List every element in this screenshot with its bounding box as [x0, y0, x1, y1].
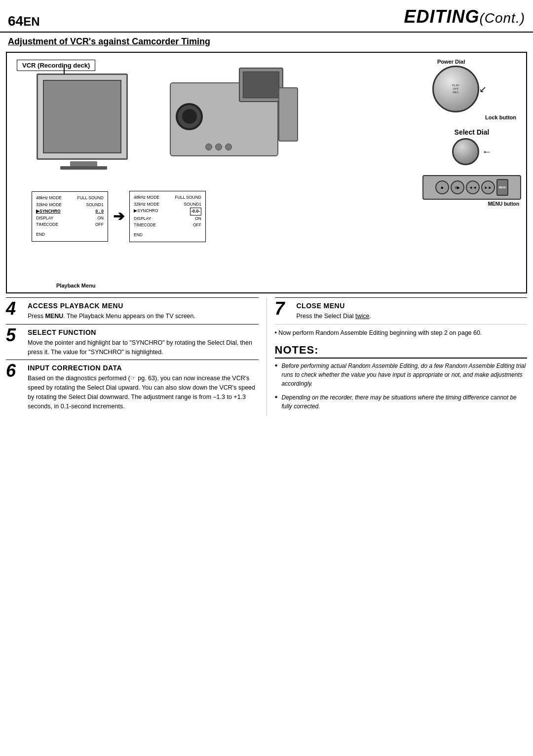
- step-7-block: 7 CLOSE MENU Press the Select Dial twice…: [275, 297, 528, 324]
- step-5-block: 5 SELECT FUNCTION Move the pointer and h…: [6, 324, 259, 360]
- steps-left-column: 4 ACCESS PLAYBACK MENU Press MENU. The P…: [6, 297, 267, 416]
- page-number: 64EN: [8, 4, 40, 30]
- steps-section: 4 ACCESS PLAYBACK MENU Press MENU. The P…: [0, 297, 533, 416]
- vcr-label: VCR (Recording deck): [17, 60, 95, 71]
- step-5-number: 5: [6, 326, 26, 344]
- step-7-note: • Now perform Random Assemble Editing be…: [275, 324, 528, 344]
- step-5-title: SELECT FUNCTION: [28, 328, 259, 336]
- power-dial-label: Power Dial: [437, 59, 521, 65]
- camcorder-buttons: [205, 144, 232, 150]
- lock-button-label: Lock button: [422, 114, 521, 120]
- right-controls: Power Dial PLAYOFFREC ↙ Lock button Sele…: [422, 59, 521, 207]
- step-4-block: 4 ACCESS PLAYBACK MENU Press MENU. The P…: [6, 297, 259, 324]
- step-6-block: 6 INPUT CORRECTION DATA Based on the dia…: [6, 360, 259, 414]
- menu-button: MENU: [496, 179, 508, 196]
- tv-display: [43, 80, 121, 153]
- menu-panel-before: 48kHz MODEFULL SOUND 32kHz MODESOUND1 ▶S…: [32, 191, 108, 242]
- control-buttons-row: ■ II▶ ◄◄ ►► MENU: [422, 175, 521, 200]
- play-button: II▶: [451, 180, 464, 194]
- note-item-1: Before performing actual Random Assemble…: [275, 361, 528, 388]
- step-4-body: Press MENU. The Playback Menu appears on…: [28, 312, 259, 321]
- select-dial-area: ←: [422, 138, 521, 165]
- menu-arrow-icon: ➔: [113, 208, 124, 224]
- select-dial: [452, 138, 479, 165]
- tv-screen: [37, 73, 128, 160]
- notes-title: NOTES:: [275, 344, 528, 359]
- camcorder-image: [160, 63, 298, 176]
- select-dial-label: Select Dial: [422, 128, 521, 136]
- menu-button-label: MENU button: [422, 201, 521, 207]
- diagram-area: VCR (Recording deck): [6, 52, 527, 293]
- step-5-body: Move the pointer and highlight bar to "S…: [28, 338, 259, 357]
- camcorder-viewfinder: [239, 68, 283, 102]
- power-dial-arrow-icon: ↙: [479, 84, 487, 95]
- notes-section: NOTES: Before performing actual Random A…: [275, 344, 528, 411]
- connector-vcr-tv: [64, 67, 65, 74]
- step-6-number: 6: [6, 362, 26, 380]
- step-6-content: INPUT CORRECTION DATA Based on the diagn…: [28, 364, 259, 411]
- stop-button: ■: [435, 180, 449, 194]
- step-4-title: ACCESS PLAYBACK MENU: [28, 302, 259, 310]
- step-6-title: INPUT CORRECTION DATA: [28, 364, 259, 372]
- ffwd-button: ►►: [481, 180, 495, 194]
- rewind-button: ◄◄: [466, 180, 480, 194]
- step-7-content: CLOSE MENU Press the Select Dial twice.: [297, 302, 528, 321]
- step-5-content: SELECT FUNCTION Move the pointer and hig…: [28, 328, 259, 357]
- menu-panels-area: 48kHz MODEFULL SOUND 32kHz MODESOUND1 ▶S…: [32, 191, 206, 242]
- step-4-content: ACCESS PLAYBACK MENU Press MENU. The Pla…: [28, 302, 259, 321]
- steps-right-column: 7 CLOSE MENU Press the Select Dial twice…: [267, 297, 528, 416]
- note-item-2: Depending on the recorder, there may be …: [275, 393, 528, 411]
- page-header: 64EN EDITING(Cont.): [0, 0, 533, 33]
- camcorder-lens: [176, 103, 203, 130]
- step-7-title: CLOSE MENU: [297, 302, 528, 310]
- tv-base: [60, 166, 107, 170]
- step-7-body: Press the Select Dial twice.: [297, 312, 528, 321]
- select-dial-arrow-icon: ←: [482, 146, 492, 157]
- step-4-number: 4: [6, 300, 26, 318]
- lens-inner: [182, 109, 197, 124]
- step-6-body: Based on the diagnostics performed (☞ pg…: [28, 374, 259, 411]
- notes-list: Before performing actual Random Assemble…: [275, 361, 528, 411]
- power-dial: PLAYOFFREC ↙: [432, 66, 479, 112]
- camcorder-grip: [278, 87, 298, 142]
- page-subtitle: Adjustment of VCR's against Camcorder Ti…: [0, 33, 533, 50]
- menu-panel-after: 48kHz MODEFULL SOUND 32kHz MODESOUND1 ▶S…: [129, 191, 206, 242]
- chapter-title: EDITING(Cont.): [404, 6, 525, 27]
- step-7-number: 7: [275, 300, 295, 318]
- playback-menu-label: Playback Menu: [56, 283, 95, 288]
